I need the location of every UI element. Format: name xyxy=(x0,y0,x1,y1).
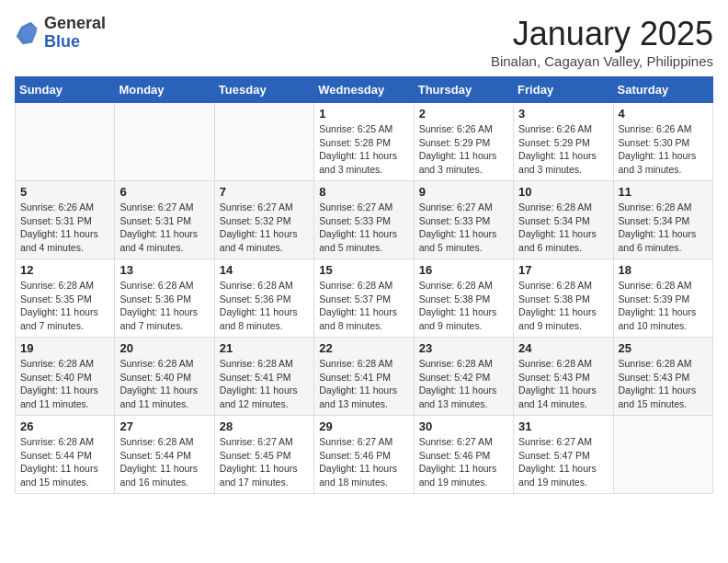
calendar-cell: 23Sunrise: 6:28 AM Sunset: 5:42 PM Dayli… xyxy=(414,338,513,416)
calendar-cell: 30Sunrise: 6:27 AM Sunset: 5:46 PM Dayli… xyxy=(414,416,513,494)
weekday-header-friday: Friday xyxy=(514,77,613,103)
calendar-cell: 19Sunrise: 6:28 AM Sunset: 5:40 PM Dayli… xyxy=(16,338,115,416)
calendar-body: 1Sunrise: 6:25 AM Sunset: 5:28 PM Daylig… xyxy=(16,103,713,494)
calendar-cell: 9Sunrise: 6:27 AM Sunset: 5:33 PM Daylig… xyxy=(414,181,513,259)
day-info: Sunrise: 6:26 AM Sunset: 5:29 PM Dayligh… xyxy=(518,122,608,177)
day-number: 29 xyxy=(319,419,408,433)
calendar-cell: 6Sunrise: 6:27 AM Sunset: 5:31 PM Daylig… xyxy=(115,181,214,259)
day-info: Sunrise: 6:27 AM Sunset: 5:31 PM Dayligh… xyxy=(119,201,209,255)
day-number: 12 xyxy=(20,263,109,277)
day-number: 18 xyxy=(619,263,708,277)
day-info: Sunrise: 6:28 AM Sunset: 5:42 PM Dayligh… xyxy=(419,357,508,411)
day-info: Sunrise: 6:28 AM Sunset: 5:34 PM Dayligh… xyxy=(518,201,608,255)
day-info: Sunrise: 6:28 AM Sunset: 5:43 PM Dayligh… xyxy=(619,357,708,411)
day-info: Sunrise: 6:28 AM Sunset: 5:41 PM Dayligh… xyxy=(220,357,309,411)
calendar-week-4: 19Sunrise: 6:28 AM Sunset: 5:40 PM Dayli… xyxy=(16,338,713,416)
day-info: Sunrise: 6:28 AM Sunset: 5:40 PM Dayligh… xyxy=(20,357,109,411)
weekday-header-sunday: Sunday xyxy=(16,77,115,103)
calendar-week-5: 26Sunrise: 6:28 AM Sunset: 5:44 PM Dayli… xyxy=(16,416,713,494)
weekday-header-tuesday: Tuesday xyxy=(214,77,313,103)
logo-icon xyxy=(15,20,40,46)
day-info: Sunrise: 6:28 AM Sunset: 5:34 PM Dayligh… xyxy=(619,201,708,255)
day-number: 16 xyxy=(419,263,508,277)
day-info: Sunrise: 6:26 AM Sunset: 5:31 PM Dayligh… xyxy=(20,201,109,255)
logo: General Blue xyxy=(15,15,106,52)
day-number: 13 xyxy=(119,263,209,277)
day-number: 28 xyxy=(220,419,309,433)
calendar-cell: 18Sunrise: 6:28 AM Sunset: 5:39 PM Dayli… xyxy=(613,259,712,338)
calendar-cell: 27Sunrise: 6:28 AM Sunset: 5:44 PM Dayli… xyxy=(115,416,214,494)
calendar-cell: 31Sunrise: 6:27 AM Sunset: 5:47 PM Dayli… xyxy=(514,416,613,494)
day-info: Sunrise: 6:27 AM Sunset: 5:46 PM Dayligh… xyxy=(419,435,508,489)
day-info: Sunrise: 6:26 AM Sunset: 5:29 PM Dayligh… xyxy=(419,122,508,177)
calendar-cell: 16Sunrise: 6:28 AM Sunset: 5:38 PM Dayli… xyxy=(414,259,513,338)
calendar-cell xyxy=(115,103,214,181)
weekday-header-wednesday: Wednesday xyxy=(314,77,414,103)
calendar-week-3: 12Sunrise: 6:28 AM Sunset: 5:35 PM Dayli… xyxy=(16,259,713,338)
day-number: 24 xyxy=(518,341,608,355)
page-header: General Blue January 2025 Binalan, Cagay… xyxy=(15,15,713,69)
weekday-header-saturday: Saturday xyxy=(613,77,712,103)
calendar-cell: 14Sunrise: 6:28 AM Sunset: 5:36 PM Dayli… xyxy=(214,259,313,338)
day-number: 9 xyxy=(419,185,508,199)
day-info: Sunrise: 6:27 AM Sunset: 5:46 PM Dayligh… xyxy=(319,435,408,489)
day-number: 26 xyxy=(20,419,109,433)
calendar-location: Binalan, Cagayan Valley, Philippines xyxy=(491,53,713,69)
calendar-cell: 17Sunrise: 6:28 AM Sunset: 5:38 PM Dayli… xyxy=(514,259,613,338)
logo-text: General Blue xyxy=(44,15,106,52)
day-info: Sunrise: 6:28 AM Sunset: 5:36 PM Dayligh… xyxy=(220,279,309,333)
day-info: Sunrise: 6:27 AM Sunset: 5:47 PM Dayligh… xyxy=(518,435,608,489)
title-block: January 2025 Binalan, Cagayan Valley, Ph… xyxy=(491,15,713,69)
calendar-cell: 1Sunrise: 6:25 AM Sunset: 5:28 PM Daylig… xyxy=(314,103,414,181)
weekday-header-thursday: Thursday xyxy=(414,77,513,103)
calendar-cell: 21Sunrise: 6:28 AM Sunset: 5:41 PM Dayli… xyxy=(214,338,313,416)
calendar-cell: 15Sunrise: 6:28 AM Sunset: 5:37 PM Dayli… xyxy=(314,259,414,338)
calendar-cell: 4Sunrise: 6:26 AM Sunset: 5:30 PM Daylig… xyxy=(613,103,712,181)
day-number: 14 xyxy=(220,263,309,277)
day-info: Sunrise: 6:28 AM Sunset: 5:35 PM Dayligh… xyxy=(20,279,109,333)
day-number: 3 xyxy=(518,107,608,121)
day-number: 5 xyxy=(20,185,109,199)
calendar-cell xyxy=(613,416,712,494)
day-number: 15 xyxy=(319,263,408,277)
day-number: 1 xyxy=(319,107,408,121)
day-info: Sunrise: 6:27 AM Sunset: 5:33 PM Dayligh… xyxy=(319,201,408,255)
day-number: 25 xyxy=(619,341,708,355)
day-number: 21 xyxy=(220,341,309,355)
calendar-cell: 2Sunrise: 6:26 AM Sunset: 5:29 PM Daylig… xyxy=(414,103,513,181)
day-info: Sunrise: 6:28 AM Sunset: 5:38 PM Dayligh… xyxy=(419,279,508,333)
calendar-cell: 5Sunrise: 6:26 AM Sunset: 5:31 PM Daylig… xyxy=(16,181,115,259)
calendar-cell: 8Sunrise: 6:27 AM Sunset: 5:33 PM Daylig… xyxy=(314,181,414,259)
calendar-cell: 22Sunrise: 6:28 AM Sunset: 5:41 PM Dayli… xyxy=(314,338,414,416)
calendar-cell: 7Sunrise: 6:27 AM Sunset: 5:32 PM Daylig… xyxy=(214,181,313,259)
day-number: 4 xyxy=(619,107,708,121)
day-info: Sunrise: 6:25 AM Sunset: 5:28 PM Dayligh… xyxy=(319,122,408,177)
calendar-cell: 28Sunrise: 6:27 AM Sunset: 5:45 PM Dayli… xyxy=(214,416,313,494)
day-info: Sunrise: 6:28 AM Sunset: 5:41 PM Dayligh… xyxy=(319,357,408,411)
calendar-header: SundayMondayTuesdayWednesdayThursdayFrid… xyxy=(16,77,713,103)
calendar-cell xyxy=(16,103,115,181)
weekday-row: SundayMondayTuesdayWednesdayThursdayFrid… xyxy=(16,77,713,103)
calendar-cell: 10Sunrise: 6:28 AM Sunset: 5:34 PM Dayli… xyxy=(514,181,613,259)
day-number: 19 xyxy=(20,341,109,355)
day-number: 22 xyxy=(319,341,408,355)
day-info: Sunrise: 6:28 AM Sunset: 5:43 PM Dayligh… xyxy=(518,357,608,411)
day-info: Sunrise: 6:28 AM Sunset: 5:36 PM Dayligh… xyxy=(119,279,209,333)
day-number: 6 xyxy=(119,185,209,199)
calendar-cell: 25Sunrise: 6:28 AM Sunset: 5:43 PM Dayli… xyxy=(613,338,712,416)
calendar-title: January 2025 xyxy=(491,15,713,53)
day-info: Sunrise: 6:28 AM Sunset: 5:44 PM Dayligh… xyxy=(119,435,209,489)
calendar-cell: 20Sunrise: 6:28 AM Sunset: 5:40 PM Dayli… xyxy=(115,338,214,416)
calendar-week-1: 1Sunrise: 6:25 AM Sunset: 5:28 PM Daylig… xyxy=(16,103,713,181)
calendar-table: SundayMondayTuesdayWednesdayThursdayFrid… xyxy=(15,76,713,494)
day-info: Sunrise: 6:26 AM Sunset: 5:30 PM Dayligh… xyxy=(619,122,708,177)
day-number: 10 xyxy=(518,185,608,199)
day-info: Sunrise: 6:27 AM Sunset: 5:33 PM Dayligh… xyxy=(419,201,508,255)
calendar-cell: 11Sunrise: 6:28 AM Sunset: 5:34 PM Dayli… xyxy=(613,181,712,259)
day-info: Sunrise: 6:28 AM Sunset: 5:44 PM Dayligh… xyxy=(20,435,109,489)
day-info: Sunrise: 6:28 AM Sunset: 5:38 PM Dayligh… xyxy=(518,279,608,333)
day-number: 7 xyxy=(220,185,309,199)
day-number: 30 xyxy=(419,419,508,433)
day-number: 27 xyxy=(119,419,209,433)
day-info: Sunrise: 6:28 AM Sunset: 5:37 PM Dayligh… xyxy=(319,279,408,333)
